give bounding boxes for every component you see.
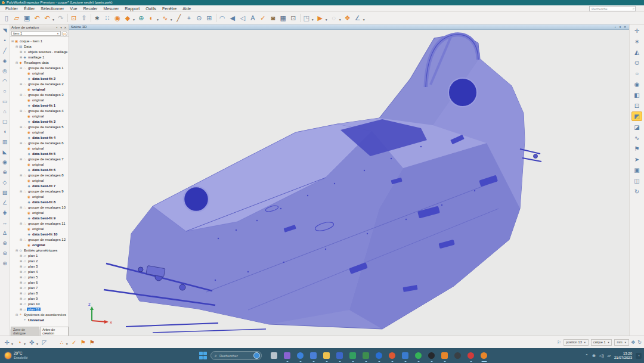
search-input[interactable] [589, 6, 636, 11]
teamviewer-icon[interactable] [375, 352, 383, 359]
redo-icon[interactable]: ↷ [56, 13, 66, 23]
probe-device2-icon[interactable]: ◁ [238, 13, 247, 23]
annotation-flag-icon[interactable]: ⚑ [631, 144, 642, 153]
dropdown-arrow-icon[interactable]: ▼ [132, 18, 135, 21]
tree-item[interactable]: ◉original [11, 210, 69, 215]
visibility-eye-icon[interactable]: ◉ [631, 79, 642, 89]
image-gallery-icon[interactable]: ⊡ [69, 13, 79, 23]
snapshot-icon[interactable]: ⊡ [289, 13, 298, 23]
tree-item[interactable]: ◉original [11, 242, 69, 247]
tree-item[interactable]: ⊟∴groupe de recalages 1 [11, 65, 69, 70]
tree-item[interactable]: ◉original [11, 129, 69, 135]
tree-item[interactable]: ◉original [11, 162, 69, 167]
edge-browser-icon[interactable] [296, 352, 304, 359]
measure-caliper-icon[interactable]: A [248, 13, 258, 23]
dropdown-arrow-icon[interactable]: ▼ [52, 18, 55, 21]
tree-item[interactable]: ⊟∴groupe de recalages 5 [11, 124, 69, 129]
tree-item[interactable]: ◈data best-fit 6 [11, 167, 69, 172]
dropdown-arrow-icon[interactable]: ▼ [311, 18, 314, 21]
menu-vue[interactable]: Vue [67, 5, 80, 12]
clipping-box-icon[interactable]: ▣ [631, 165, 642, 175]
selection-tool-icon[interactable]: ⌖ [184, 13, 194, 23]
gear-sphere-icon[interactable]: ⊕ [1, 259, 9, 268]
tree-item[interactable]: ⊟∴groupe de recalages 10 [11, 204, 69, 210]
cross-section-icon[interactable]: ◫ [631, 176, 642, 185]
polygon-icon[interactable]: ⌂ [1, 107, 9, 116]
tree-item[interactable]: ◈data best-fit 9 [11, 215, 69, 221]
tree-item[interactable]: ⊟∴groupe de recalages 3 [11, 92, 69, 97]
probe-adjust-icon[interactable]: ✜ [27, 338, 36, 347]
colormap-icon[interactable]: ◩ [631, 111, 642, 121]
pin-icon[interactable]: ▪ [613, 25, 618, 29]
dropdown-arrow-icon[interactable]: ▼ [11, 342, 14, 346]
cone-icon[interactable]: ◣ [1, 148, 9, 156]
spray-probe-icon[interactable]: ◔ [15, 338, 24, 347]
tree-item[interactable]: ⊟∴groupe de recalages 11 [11, 221, 69, 226]
tree-item[interactable]: ⊞▱plan 4 [11, 269, 69, 274]
tree-item[interactable]: ⊟∴groupe de recalages 6 [11, 140, 69, 145]
tree-item[interactable]: ⊞▱plan 3 [11, 263, 69, 269]
outlook-icon[interactable] [309, 352, 317, 359]
tree-item[interactable]: ◉original [11, 97, 69, 103]
tree-item[interactable]: ◈data best-fit 3 [11, 119, 69, 124]
tab-zone-de-dialogue[interactable]: Zone de dialogue [11, 327, 39, 336]
start-button[interactable] [199, 352, 207, 359]
zoom-icon[interactable]: ○ [631, 69, 642, 78]
excel-icon[interactable] [349, 352, 357, 359]
widgets-icon[interactable] [283, 352, 291, 359]
viewport-3d[interactable]: Scène 3D ▪ ▾ ✕ [69, 24, 629, 336]
tree-item[interactable]: ⊟◆Recalages data [11, 60, 69, 65]
record-icon[interactable]: ◌ [329, 13, 339, 23]
mail-icon[interactable] [401, 352, 409, 359]
tree-item[interactable]: ◈data best-fit 5 [11, 151, 69, 156]
save-icon[interactable]: ▣ [22, 13, 32, 23]
tree-item[interactable]: ⊟∴groupe de recalages 8 [11, 172, 69, 178]
caliper-icon[interactable]: ↔ [1, 219, 9, 227]
tree-item[interactable]: ⊟▣coque - item 1 [11, 38, 69, 44]
tree-item[interactable]: ⊟∴groupe de recalages 7 [11, 156, 69, 162]
hand-pointer-icon[interactable]: ➤ [631, 154, 642, 164]
menu-rapport[interactable]: Rapport [122, 5, 143, 12]
tree-item[interactable]: ⊟▤Data [11, 44, 69, 49]
dropdown-arrow-icon[interactable]: ▼ [363, 18, 366, 21]
polyline-icon[interactable]: ∠ [1, 198, 9, 207]
box-icon[interactable]: ▧ [1, 188, 9, 197]
close-icon[interactable]: ✕ [623, 25, 627, 29]
gears-icon[interactable]: ⊚ [1, 249, 9, 257]
tree-item[interactable]: ◈data best-fit 10 [11, 231, 69, 237]
unit-select[interactable]: mm▼ [614, 339, 628, 346]
scan-capture-icon[interactable]: ◐ [147, 13, 156, 23]
dropdown-arrow-icon[interactable]: ▼ [23, 342, 26, 346]
play-macro-icon[interactable]: ▶ [315, 13, 325, 23]
green-circle-app-icon[interactable] [414, 352, 422, 359]
menu-selectionner[interactable]: Sélectionner [38, 5, 67, 12]
tree-item[interactable]: ⊞≡objets sources - maillage 1 [11, 49, 69, 54]
tree-item[interactable]: ⊞▱plan 10 [11, 301, 69, 306]
tree-item[interactable]: ⊞▱plan 1 [11, 253, 69, 258]
colormap-edit-icon[interactable]: ◪ [631, 122, 642, 132]
onedrive-folder-icon[interactable]: ▱ [608, 353, 611, 358]
tree-item[interactable]: ⊟◇Entités géométriques [11, 247, 69, 253]
tree-item[interactable]: ◈data best-fit 8 [11, 199, 69, 204]
camera-view-icon[interactable]: ⊡ [631, 101, 642, 110]
mesh-plane-icon[interactable]: ◈ [1, 57, 9, 65]
grid-sphere-icon[interactable]: ⊕ [1, 168, 9, 176]
tree-item[interactable]: ◈data best-fit 2 [11, 76, 69, 81]
tree-item[interactable]: ◉original [11, 178, 69, 183]
weather-widget[interactable]: 29°C Ensoleillé [0, 348, 33, 363]
tree-item[interactable]: ⊟⌖Systèmes de coordonnées [11, 312, 69, 317]
volume-icon[interactable]: ◁) [599, 353, 604, 358]
item-filter-combo[interactable]: item 1 ▼ [11, 31, 61, 36]
layer-select[interactable]: calque 1▼ [591, 339, 612, 346]
chevron-up-icon[interactable]: ⌃ [585, 353, 589, 358]
object-display-icon[interactable]: ◧ [631, 90, 642, 100]
tree-item[interactable]: ◉original [11, 70, 69, 76]
notification-bell-icon[interactable]: ◔ [636, 353, 642, 359]
red-circle-app-icon[interactable] [467, 352, 475, 359]
tree-item[interactable]: ◉original [11, 226, 69, 231]
menu-fenetre[interactable]: Fenêtre [159, 5, 179, 12]
menu-aide[interactable]: Aide [179, 5, 194, 12]
green-app-icon[interactable] [362, 352, 370, 359]
zoom-region-icon[interactable]: ⊙ [631, 58, 642, 67]
open-project-icon[interactable]: ▱ [12, 13, 21, 23]
